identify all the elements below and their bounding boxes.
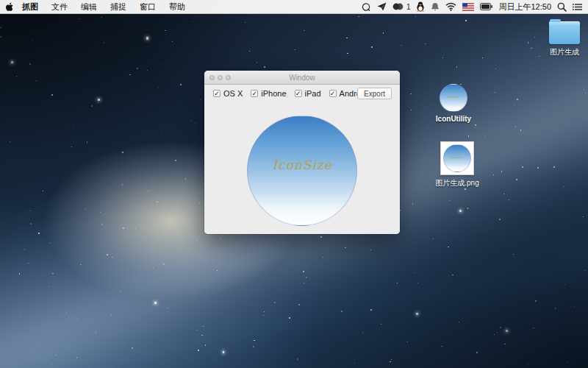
menu-bar: 抓图 文件 编辑 捕捉 窗口 帮助 1 周日上午12:50 bbox=[0, 0, 588, 14]
window-content: ✓ OS X ✓ iPhone ✓ iPad ✓ Android Export … bbox=[204, 85, 400, 234]
app-icon-text: IconSize bbox=[440, 95, 467, 99]
message-count-badge: 1 bbox=[406, 3, 411, 11]
image-file-icon: IconSize bbox=[440, 141, 474, 175]
timer-status-icon[interactable] bbox=[362, 0, 371, 14]
icon-preview-circle: IconSize bbox=[247, 116, 357, 226]
menu-item-help[interactable]: 帮助 bbox=[162, 0, 192, 14]
checkbox-osx[interactable]: ✓ OS X bbox=[213, 89, 243, 98]
desktop-icon-label: 图片生成 bbox=[550, 47, 579, 57]
menu-item-capture[interactable]: 捕捉 bbox=[104, 0, 133, 14]
close-button[interactable] bbox=[209, 75, 215, 80]
zoom-button[interactable] bbox=[226, 75, 231, 80]
spotlight-icon[interactable] bbox=[557, 0, 567, 14]
notification-center-icon[interactable] bbox=[573, 0, 582, 14]
icon-preview-text: IconSize bbox=[272, 158, 332, 172]
image-thumbnail-circle: IconSize bbox=[443, 144, 471, 172]
checkbox-ipad[interactable]: ✓ iPad bbox=[295, 89, 321, 98]
checkbox-row: ✓ OS X ✓ iPhone ✓ iPad ✓ Android bbox=[213, 88, 376, 99]
desktop-icon-iconutility[interactable]: IconSize IconUtility bbox=[427, 84, 480, 123]
window-title: Window bbox=[204, 74, 400, 82]
menu-item-app[interactable]: 抓图 bbox=[19, 0, 45, 14]
checkbox-box[interactable]: ✓ bbox=[295, 90, 302, 97]
desktop-icon-label: 图片生成.png bbox=[435, 178, 478, 188]
checkbox-iphone[interactable]: ✓ iPhone bbox=[251, 89, 286, 98]
minimize-button[interactable] bbox=[218, 75, 223, 80]
folder-icon bbox=[549, 21, 580, 44]
desktop-icon-folder[interactable]: 图片生成 bbox=[538, 21, 588, 57]
export-button[interactable]: Export bbox=[357, 88, 392, 99]
paper-plane-icon[interactable] bbox=[377, 0, 387, 14]
menu-item-window[interactable]: 窗口 bbox=[133, 0, 162, 14]
apple-menu[interactable] bbox=[0, 2, 19, 12]
menu-bar-left: 抓图 文件 编辑 捕捉 窗口 帮助 bbox=[0, 0, 192, 14]
checkbox-label: iPhone bbox=[261, 89, 286, 98]
input-source-flag-icon[interactable] bbox=[462, 0, 474, 14]
desktop-icon-label: IconUtility bbox=[436, 115, 471, 123]
desktop-icon-png[interactable]: IconSize 图片生成.png bbox=[431, 141, 484, 188]
menu-bar-status: 1 周日上午12:50 bbox=[362, 0, 588, 14]
qq-penguin-icon[interactable] bbox=[416, 0, 425, 14]
checkbox-label: iPad bbox=[305, 89, 321, 98]
battery-icon[interactable] bbox=[480, 0, 492, 14]
app-icon: IconSize bbox=[440, 84, 467, 112]
image-thumbnail-text: IconSize bbox=[444, 155, 470, 159]
wifi-icon[interactable] bbox=[445, 0, 456, 14]
app-window: Window ✓ OS X ✓ iPhone ✓ iPad ✓ Android … bbox=[204, 71, 400, 234]
checkbox-box[interactable]: ✓ bbox=[213, 90, 220, 97]
menu-item-edit[interactable]: 编辑 bbox=[74, 0, 104, 14]
menu-bar-clock[interactable]: 周日上午12:50 bbox=[498, 1, 551, 13]
menu-item-file[interactable]: 文件 bbox=[45, 0, 74, 14]
checkbox-label: OS X bbox=[223, 89, 243, 98]
bell-icon[interactable] bbox=[431, 0, 440, 14]
apple-icon bbox=[6, 2, 14, 12]
checkbox-box[interactable]: ✓ bbox=[329, 90, 337, 97]
window-titlebar[interactable]: Window bbox=[204, 71, 400, 85]
traffic-lights bbox=[209, 71, 231, 85]
messages-status-icon[interactable] bbox=[392, 0, 404, 14]
checkbox-box[interactable]: ✓ bbox=[251, 90, 258, 97]
